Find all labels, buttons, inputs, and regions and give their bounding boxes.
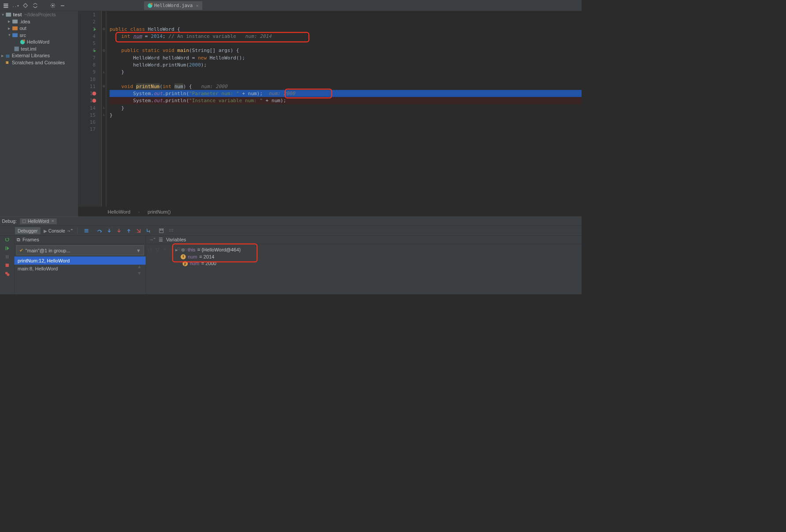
param-badge-icon: p xyxy=(182,261,188,266)
svg-rect-20 xyxy=(171,229,173,229)
breadcrumb-class[interactable]: HelloWord xyxy=(108,209,130,214)
rerun-icon[interactable] xyxy=(4,237,10,243)
scroll-down-icon[interactable]: ▼ xyxy=(137,270,142,276)
frames-label: Frames xyxy=(22,237,39,243)
debug-label: Debug: xyxy=(2,218,16,224)
step-into-icon[interactable] xyxy=(104,227,114,235)
folder-icon xyxy=(12,26,18,30)
svg-rect-21 xyxy=(169,231,171,231)
top-toolbar: ..▾ — HelloWord.java ✕ xyxy=(0,0,582,11)
breadcrumb-method[interactable]: printNum() xyxy=(148,209,171,214)
console-tab[interactable]: ▶ Console →" xyxy=(41,227,75,234)
iml-file-icon xyxy=(15,46,19,51)
close-tab-icon[interactable]: ✕ xyxy=(196,3,199,8)
evaluate-expression-icon[interactable] xyxy=(157,227,166,235)
thread-selector[interactable]: ✔ "main"@1 in group... ▼ xyxy=(16,245,144,255)
run-gutter-icon[interactable]: ▶ xyxy=(94,47,96,54)
expand-arrow-icon[interactable]: ▶ xyxy=(8,19,11,23)
svg-rect-0 xyxy=(4,4,8,4)
field-badge-icon: f xyxy=(181,254,186,259)
svg-rect-22 xyxy=(171,231,173,231)
stack-frame[interactable]: printNum:12, HelloWord xyxy=(15,256,146,265)
variables-label: Variables xyxy=(166,237,186,243)
svg-rect-18 xyxy=(162,229,163,230)
run-gutter-icon[interactable]: ▶ xyxy=(94,26,96,33)
folder-icon xyxy=(6,12,11,16)
code-content[interactable]: public class HelloWord { int num = 2014;… xyxy=(106,11,582,207)
force-step-into-icon[interactable] xyxy=(114,227,123,235)
expand-arrow-icon[interactable]: ▼ xyxy=(8,33,11,37)
svg-point-3 xyxy=(24,4,27,7)
scroll-up-icon[interactable]: ▲ xyxy=(137,264,142,270)
collapse-icon[interactable] xyxy=(32,2,39,9)
svg-rect-26 xyxy=(5,264,8,267)
editor-tab[interactable]: HelloWord.java ✕ xyxy=(144,1,202,10)
svg-rect-23 xyxy=(5,246,6,250)
breakpoint-icon[interactable] xyxy=(92,99,96,103)
gutter[interactable]: 1 2 3▶ 4 5 6▶ 7 8 9 10 11 12 13 14 15 16… xyxy=(78,11,102,207)
svg-rect-10 xyxy=(84,230,88,231)
svg-point-8 xyxy=(52,4,54,6)
debugger-tab[interactable]: Debugger xyxy=(15,227,40,234)
pause-icon[interactable] xyxy=(4,254,10,259)
svg-rect-24 xyxy=(6,255,7,258)
svg-rect-17 xyxy=(160,229,161,230)
svg-rect-9 xyxy=(84,229,88,229)
variables-panel[interactable]: →" ☰ Variables ↓↑▽＋− Remove Watch Expres… xyxy=(146,236,582,294)
editor-breadcrumbs[interactable]: HelloWord › printNum() xyxy=(78,207,582,216)
expand-arrow-icon[interactable]: ▶ xyxy=(8,26,11,30)
svg-point-28 xyxy=(7,273,9,276)
svg-rect-1 xyxy=(4,5,8,6)
folder-icon xyxy=(12,19,18,23)
breakpoint-icon[interactable] xyxy=(92,92,96,96)
variable-row[interactable]: p num = 2000 xyxy=(175,260,582,267)
locate-icon[interactable] xyxy=(22,2,29,9)
settings-gear-icon[interactable] xyxy=(49,2,56,9)
frames-stack-icon: ⧉ xyxy=(17,237,20,243)
stop-icon[interactable] xyxy=(4,262,10,268)
step-over-icon[interactable] xyxy=(95,227,104,235)
config-icon xyxy=(22,219,26,222)
library-icon: |||| xyxy=(6,54,10,57)
select-dropdown-icon[interactable]: ..▾ xyxy=(12,2,19,9)
drop-frame-icon[interactable] xyxy=(134,227,143,235)
this-icon: ⊕ xyxy=(181,247,186,252)
svg-rect-2 xyxy=(4,7,8,7)
checkmark-icon: ✔ xyxy=(19,248,24,253)
java-file-icon xyxy=(20,40,25,44)
trace-icon[interactable] xyxy=(167,227,176,235)
variable-row[interactable]: ▶ ⊕ this = {HelloWord@464} xyxy=(175,246,582,253)
show-execution-point-icon[interactable] xyxy=(82,227,91,235)
svg-rect-19 xyxy=(169,229,171,229)
run-to-cursor-icon[interactable] xyxy=(144,227,153,235)
view-breakpoints-icon[interactable] xyxy=(4,271,10,277)
chevron-down-icon: ▼ xyxy=(136,248,141,253)
resume-icon[interactable] xyxy=(4,245,10,251)
project-view-icon[interactable] xyxy=(3,2,9,9)
step-out-icon[interactable] xyxy=(124,227,133,235)
debug-sidebar xyxy=(0,236,15,294)
expand-arrow-icon[interactable]: ▶ xyxy=(1,54,4,57)
code-editor[interactable]: 1 2 3▶ 4 5 6▶ 7 8 9 10 11 12 13 14 15 16… xyxy=(78,11,582,216)
close-icon[interactable]: ✕ xyxy=(51,219,54,223)
svg-rect-25 xyxy=(7,255,8,258)
debug-run-config-tab[interactable]: HelloWord ✕ xyxy=(20,218,57,224)
expand-arrow-icon[interactable]: ▶ xyxy=(175,248,178,251)
stack-frame[interactable]: main:8, HelloWord xyxy=(15,265,146,273)
frames-panel[interactable]: ⧉ Frames ✔ "main"@1 in group... ▼ printN… xyxy=(15,236,146,294)
fold-column[interactable]: ⊟⊟⊥⊟⊥⊥ xyxy=(102,11,106,207)
variable-row[interactable]: f num = 2014 xyxy=(175,253,582,260)
java-file-icon xyxy=(148,3,152,7)
tab-title: HelloWord.java xyxy=(154,3,193,8)
svg-rect-16 xyxy=(159,229,163,233)
restore-layout-icon[interactable]: →" xyxy=(148,237,155,243)
debug-panel: Debug: HelloWord ✕ Debugger ▶ Console →" xyxy=(0,216,582,294)
expand-arrow-icon[interactable]: ▼ xyxy=(1,13,4,16)
variables-list-icon: ☰ xyxy=(159,237,163,243)
hide-icon[interactable]: — xyxy=(59,2,66,9)
project-tree[interactable]: ▼test ~/IdeaProjects ▶.idea ▶out ▼src He… xyxy=(0,11,78,216)
scratches-icon: ▣ xyxy=(6,61,10,64)
svg-rect-11 xyxy=(84,232,88,232)
folder-icon xyxy=(12,33,18,37)
